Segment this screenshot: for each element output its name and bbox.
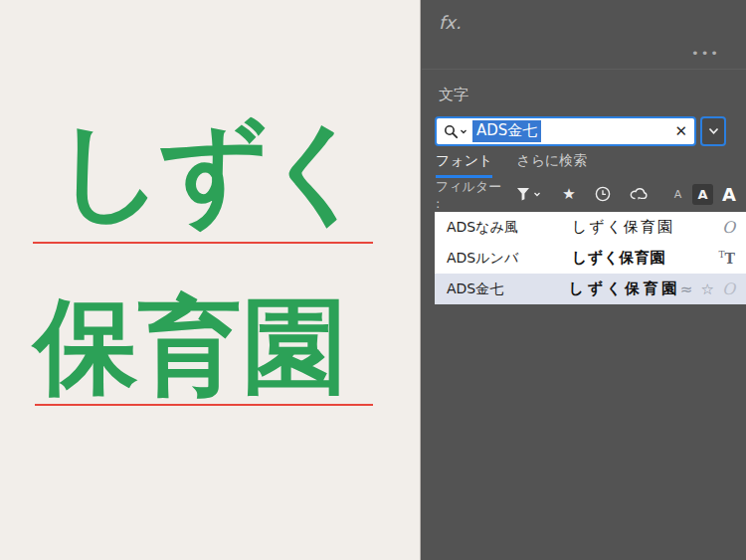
panel-title: 文字: [439, 86, 468, 104]
tab-find-more[interactable]: さらに検索: [516, 152, 587, 178]
text-baseline-guide: [33, 242, 373, 244]
font-dropdown-button[interactable]: [700, 116, 726, 146]
favorite-star-icon[interactable]: ☆: [700, 280, 713, 298]
clear-search-icon[interactable]: ✕: [674, 122, 687, 140]
font-name: ADSルンバ: [447, 250, 572, 268]
search-input-value[interactable]: ADS金七: [472, 120, 541, 142]
text-baseline-guide: [35, 404, 373, 406]
canvas-text-hoikuen: 保育園: [34, 294, 347, 398]
artboard-canvas[interactable]: しずく 保育園: [0, 0, 421, 560]
favorites-filter-icon[interactable]: ★: [562, 185, 575, 203]
opentype-icon: O: [722, 280, 735, 298]
filter-toolbar: フィルター : ★ A A A: [436, 181, 736, 207]
filter-label: フィルター :: [436, 178, 509, 211]
activated-fonts-cloud-icon[interactable]: [630, 187, 649, 201]
search-tabs: フォント さらに検索: [436, 152, 587, 178]
search-icon[interactable]: [444, 124, 467, 139]
tab-fonts[interactable]: フォント: [436, 152, 492, 178]
recent-fonts-icon[interactable]: [595, 186, 611, 202]
panel-menu-icon[interactable]: •••: [691, 46, 720, 61]
character-panel: fx. ••• 文字 ADS金七 ✕ フォント: [422, 0, 746, 560]
opentype-icon: O: [722, 218, 735, 237]
font-preview-sample: しずく保育園: [572, 218, 722, 237]
preview-size-large-button[interactable]: A: [722, 184, 736, 205]
font-results-list: ADSなみ風 しずく保育園 O ADSルンバ しずく保育園 TT ADS金七 し…: [435, 212, 746, 304]
font-name: ADSなみ風: [447, 219, 572, 237]
fx-effects-label: fx.: [439, 12, 462, 33]
font-preview-sample: しずく保育園: [572, 249, 719, 268]
font-row-ads-rumba[interactable]: ADSルンバ しずく保育園 TT: [435, 243, 746, 274]
preview-size-small-button[interactable]: A: [674, 188, 682, 201]
font-preview-sample: しずく保育園: [569, 280, 680, 298]
panel-divider: [422, 69, 746, 70]
filter-funnel-icon[interactable]: [516, 187, 541, 201]
font-row-ads-namikaze[interactable]: ADSなみ風 しずく保育園 O: [435, 212, 746, 243]
font-search-input[interactable]: ADS金七 ✕: [435, 116, 696, 146]
preview-size-medium-button[interactable]: A: [692, 184, 713, 205]
canvas-text-shizuku: しずく: [55, 117, 367, 225]
chevron-down-icon: [708, 127, 719, 135]
font-name: ADS金七: [447, 280, 569, 298]
similar-fonts-icon[interactable]: ≈: [680, 280, 693, 298]
font-row-ads-kinshichi[interactable]: ADS金七 しずく保育園 ≈ ☆ O: [435, 274, 746, 304]
truetype-icon: TT: [719, 249, 735, 268]
font-search-row: ADS金七 ✕: [435, 116, 726, 146]
